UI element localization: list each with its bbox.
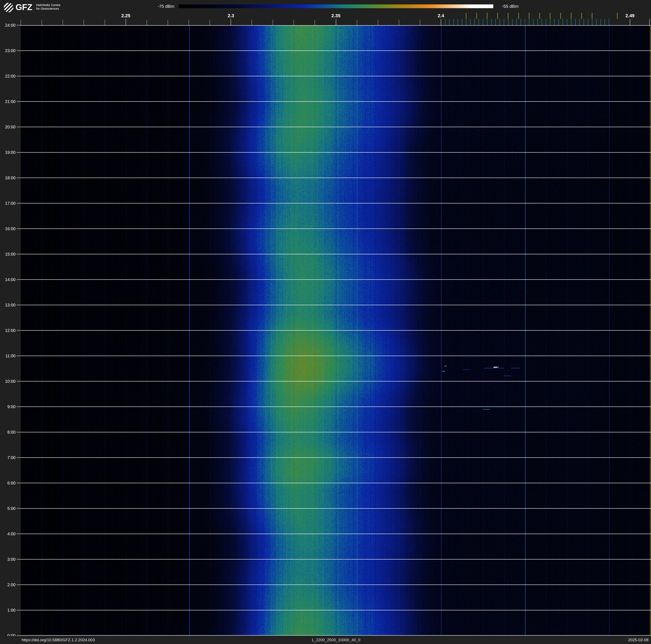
freq-label: 2.3 — [218, 13, 243, 19]
ble-channel-tick — [500, 19, 500, 25]
hour-tick — [17, 381, 21, 381]
wifi-channel-tick — [466, 13, 466, 19]
ble-channel-tick — [478, 19, 479, 25]
freq-minor-tick — [252, 20, 252, 25]
ble-channel-tick — [609, 19, 609, 25]
hour-label: 5:00 — [0, 506, 16, 511]
spectrogram-canvas — [21, 25, 651, 636]
ble-channel-tick — [495, 19, 496, 25]
hour-label: 10:00 — [0, 379, 16, 384]
wifi-channel-tick — [592, 13, 592, 19]
hour-tick — [17, 279, 21, 280]
ble-channel-tick — [571, 19, 571, 25]
dataset-id-text: 1_2200_2500_10000_40_0 — [21, 636, 651, 644]
freq-minor-tick — [230, 19, 231, 25]
freq-minor-tick — [84, 20, 84, 25]
hour-tick — [17, 457, 21, 458]
freq-minor-tick — [167, 20, 168, 25]
wifi-channel-tick — [539, 13, 540, 19]
freq-minor-tick — [147, 20, 147, 25]
spectrogram-page: GFZ Helmholtz Centre for Geosciences -75… — [0, 0, 651, 644]
footer: https://doi.org/10.5880/GFZ.1.2.2024.003… — [0, 636, 651, 644]
hour-label: 16:00 — [0, 226, 16, 231]
hour-label: 4:00 — [0, 531, 16, 536]
freq-minor-tick — [630, 19, 630, 25]
hour-label: 21:00 — [0, 99, 16, 104]
hour-tick — [17, 483, 21, 483]
hour-tick — [17, 178, 21, 178]
hour-label: 12:00 — [0, 328, 16, 333]
hour-label: 7:00 — [0, 455, 16, 460]
freq-label: 2.35 — [323, 13, 349, 19]
ble-channel-tick — [525, 19, 525, 25]
ble-channel-tick — [533, 19, 534, 25]
gfz-tagline: Helmholtz Centre for Geosciences — [36, 3, 60, 10]
wifi-channel-tick — [508, 13, 508, 19]
freq-minor-tick — [315, 20, 315, 25]
hour-label: 22:00 — [0, 74, 16, 79]
freq-minor-tick — [273, 20, 273, 25]
hour-label: 14:00 — [0, 277, 16, 282]
ble-channel-tick — [445, 19, 445, 25]
hour-label: 19:00 — [0, 150, 16, 155]
hour-tick — [17, 534, 21, 534]
ble-channel-tick — [541, 19, 542, 25]
freq-minor-tick — [41, 20, 42, 25]
colorbar — [179, 4, 493, 8]
hour-label: 18:00 — [0, 175, 16, 180]
ble-channel-tick — [563, 19, 563, 25]
hour-label: 17:00 — [0, 201, 16, 206]
freq-minor-tick — [126, 19, 126, 25]
hour-tick — [17, 101, 21, 102]
hour-label: 8:00 — [0, 430, 16, 435]
hour-label: 13:00 — [0, 302, 16, 308]
ble-channel-tick — [449, 19, 450, 25]
hour-tick — [17, 76, 21, 76]
ble-channel-tick — [521, 19, 521, 25]
ble-channel-tick — [517, 19, 517, 25]
hour-tick — [17, 610, 21, 610]
hour-tick — [17, 559, 21, 559]
hour-tick — [17, 356, 21, 356]
ble-channel-tick — [567, 19, 567, 25]
wifi-channel-tick — [476, 13, 477, 19]
date-text: 2025-02-08 — [628, 636, 649, 644]
hour-label: 15:00 — [0, 252, 16, 257]
hour-tick — [17, 635, 21, 636]
hour-tick — [17, 254, 21, 254]
ble-channel-tick — [466, 19, 466, 25]
ble-channel-tick — [529, 19, 529, 25]
hour-tick — [17, 508, 21, 509]
ble-channel-tick — [508, 19, 508, 25]
ble-channel-tick — [596, 19, 597, 25]
freq-minor-tick — [399, 20, 399, 25]
wifi-channel-tick — [560, 13, 561, 19]
freq-minor-tick — [63, 20, 63, 25]
hour-tick — [17, 25, 21, 25]
gfz-brand: GFZ — [16, 2, 32, 12]
hour-tick — [17, 432, 21, 432]
hour-label: 23:00 — [0, 48, 16, 53]
hour-label: 6:00 — [0, 480, 16, 486]
hour-tick — [17, 585, 21, 585]
freq-minor-tick — [357, 20, 357, 25]
ble-channel-tick — [470, 19, 471, 25]
ble-channel-tick — [575, 19, 576, 25]
ble-channel-tick — [454, 19, 454, 25]
colorbar-min-label: -75 dBm — [126, 4, 174, 9]
freq-minor-tick — [420, 20, 420, 25]
ble-channel-tick — [558, 19, 559, 25]
colorbar-max-label: -55 dBm — [502, 4, 550, 9]
ble-channel-tick — [546, 19, 546, 25]
gfz-logo-icon — [4, 3, 13, 12]
ble-channel-tick — [550, 19, 550, 25]
freq-minor-tick — [293, 20, 294, 25]
ble-channel-tick — [483, 19, 483, 25]
ble-channel-tick — [554, 19, 555, 25]
ble-channel-tick — [458, 19, 458, 25]
hour-tick — [17, 330, 21, 331]
hour-tick — [17, 305, 21, 305]
hour-tick — [17, 229, 21, 229]
freq-label: 2.25 — [113, 13, 138, 19]
wifi-channel-tick — [529, 13, 529, 19]
